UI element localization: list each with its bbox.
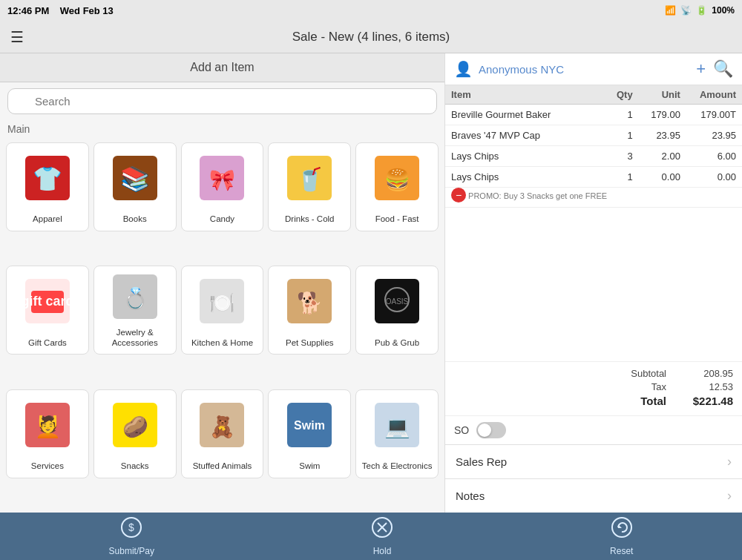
category-label-candy: Candy [207,213,237,226]
battery-level: 100% [712,5,735,16]
category-label-services: Services [28,460,67,473]
svg-text:💍: 💍 [122,286,148,311]
category-services[interactable]: 💆Services [6,389,89,478]
col-qty: Qty [600,85,638,105]
reset-label: Reset [610,546,633,556]
subtotal-amount: 208.95 [689,368,733,379]
category-jewelry[interactable]: 💍Jewelry & Accessories [93,266,177,355]
item-qty: 1 [600,105,638,125]
add-customer-button[interactable]: + [696,59,706,79]
svg-text:gift card: gift card [25,294,70,309]
category-swim[interactable]: SwimSwim [268,389,351,478]
svg-text:🥤: 🥤 [296,166,324,193]
item-name: Lays Chips [445,146,600,167]
so-toggle[interactable] [476,422,506,438]
menu-button[interactable]: ☰ [10,28,24,46]
category-food[interactable]: 🍔Food - Fast [355,142,439,231]
category-apparel[interactable]: 👕Apparel [6,142,89,231]
item-amount: 6.00 [686,146,742,167]
sales-rep-label: Sales Rep [456,455,507,468]
col-unit: Unit [639,85,686,105]
status-date: Wed Feb 13 [60,5,114,16]
category-candy[interactable]: 🎀Candy [181,142,264,231]
tax-row: Tax 12.53 [454,381,733,392]
category-label-swim: Swim [296,460,323,473]
category-pub[interactable]: OASISPub & Grub [355,266,439,355]
item-qty: 1 [600,125,638,146]
category-label-books: Books [120,213,150,226]
category-label-pub: Pub & Grub [372,337,422,350]
category-kitchen[interactable]: 🍽️Kitchen & Home [181,266,264,355]
total-label: Total [614,395,666,407]
svg-text:Swim: Swim [294,419,325,432]
customer-icon: 👤 [454,60,473,78]
svg-text:🍔: 🍔 [384,168,410,192]
add-item-header: Add an Item [0,53,444,82]
category-giftcard[interactable]: gift cardGift Cards [6,266,89,355]
submit-pay-label: Submit/Pay [109,546,154,556]
table-row: Lays Chips 1 0.00 0.00 [445,167,742,188]
svg-text:📚: 📚 [120,165,150,193]
action-icons: + 🔍 [696,59,733,79]
svg-text:🧸: 🧸 [209,415,235,439]
svg-text:🐕: 🐕 [297,291,323,315]
svg-text:👕: 👕 [33,165,62,193]
item-unit: 23.95 [639,125,686,146]
svg-text:$: $ [128,521,134,533]
reset-icon [611,517,632,543]
notes-label: Notes [456,490,485,502]
reset-button[interactable]: Reset [610,517,633,556]
svg-text:💻: 💻 [384,415,410,439]
item-unit: 2.00 [639,146,686,167]
col-amount: Amount [686,85,742,105]
submit-pay-button[interactable]: $ Submit/Pay [109,517,154,556]
category-tech[interactable]: 💻Tech & Electronics [355,389,439,478]
search-customer-button[interactable]: 🔍 [713,59,733,79]
item-name: Braves '47 MVP Cap [445,125,600,146]
notes-row[interactable]: Notes › [445,478,742,513]
right-panel: 👤 Anonymous NYC + 🔍 Item Qty Unit Amount [445,53,742,513]
svg-text:🎀: 🎀 [209,168,235,192]
svg-point-37 [612,518,631,537]
subtotal-row: Subtotal 208.95 [454,368,733,379]
category-stuffed[interactable]: 🧸Stuffed Animals [181,389,264,478]
item-unit: 179.00 [639,105,686,125]
status-time: 12:46 PM [7,5,49,16]
so-label: SO [454,424,469,436]
promo-row: − PROMO: Buy 3 Snacks get one FREE [445,188,742,208]
category-drinks[interactable]: 🥤Drinks - Cold [268,142,351,231]
category-label-food: Food - Fast [372,213,422,226]
notes-chevron: › [727,488,732,504]
promo-text: − PROMO: Buy 3 Snacks get one FREE [445,188,639,208]
category-pet[interactable]: 🐕Pet Supplies [268,266,351,355]
svg-marker-38 [618,524,622,528]
search-bar: 🔍 [0,82,444,120]
item-name: Breville Gourmet Baker [445,105,600,125]
hold-button[interactable]: Hold [372,517,393,556]
item-name: Lays Chips [445,167,600,188]
category-label-tech: Tech & Electronics [359,460,436,473]
submit-pay-icon: $ [121,517,142,543]
sales-rep-chevron: › [727,454,732,470]
item-amount: 179.00T [686,105,742,125]
so-section: SO [445,415,742,444]
order-table: Item Qty Unit Amount Breville Gourmet Ba… [445,85,742,361]
category-label-drinks: Drinks - Cold [282,213,337,226]
category-section-label: Main [0,120,444,138]
item-amount: 0.00 [686,167,742,188]
search-input[interactable] [7,88,437,114]
category-books[interactable]: 📚Books [93,142,177,231]
subtotal-label: Subtotal [614,368,666,379]
category-label-kitchen: Kitchen & Home [188,337,256,350]
categories-grid: 👕Apparel📚Books🎀Candy🥤Drinks - Cold🍔Food … [0,138,444,513]
total-row: Total $221.48 [454,395,733,407]
tax-label: Tax [614,381,666,392]
totals-section: Subtotal 208.95 Tax 12.53 Total $221.48 [445,361,742,415]
tax-amount: 12.53 [689,381,733,392]
sales-rep-row[interactable]: Sales Rep › [445,444,742,478]
category-snacks[interactable]: 🥔Snacks [93,389,177,478]
hold-icon [372,517,393,543]
footer: $ Submit/Pay Hold Reset [0,513,742,560]
table-row: Breville Gourmet Baker 1 179.00 179.00T [445,105,742,125]
remove-promo-button[interactable]: − [451,188,466,202]
